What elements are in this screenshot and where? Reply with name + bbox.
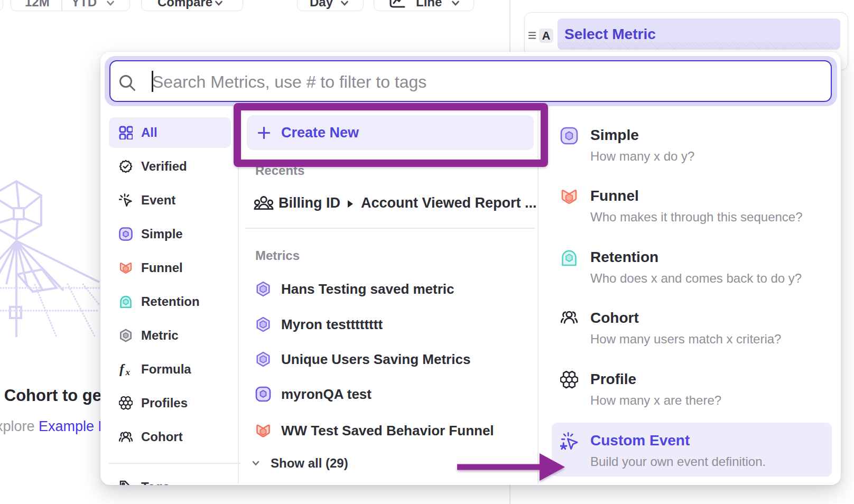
- svg-text:x: x: [125, 367, 131, 376]
- svg-text:f: f: [119, 362, 125, 376]
